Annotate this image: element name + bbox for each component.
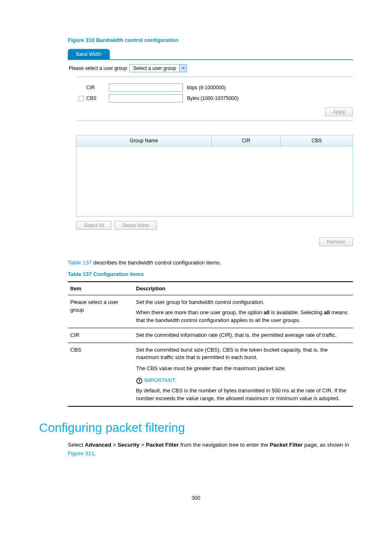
figure-caption: Figure 310 Bandwidth control configurati…	[68, 37, 353, 43]
table-intro-paragraph: Table 137 describes the bandwidth contro…	[68, 259, 353, 267]
cbs-input[interactable]	[109, 94, 183, 102]
group-list-body	[76, 146, 353, 216]
group-list-table: Group Name CIR CBS	[76, 135, 353, 217]
col-group-name: Group Name	[76, 135, 212, 146]
section-heading: Configuring packet filtering	[39, 421, 353, 435]
select-none-button[interactable]: Select None	[114, 221, 157, 230]
cbs-row: CBS Bytes (1000-19375000)	[76, 94, 353, 102]
user-group-row: Please select a user group Select a user…	[68, 60, 353, 76]
table-caption: Table 137 Configuration items	[68, 271, 353, 277]
cir-unit: kbps (8-1000000)	[187, 85, 226, 90]
table-row: Please select a user group Set the user …	[68, 295, 353, 328]
cir-row: CIR kbps (8-1000000)	[76, 83, 353, 92]
apply-button[interactable]: Apply	[325, 107, 353, 116]
bandwidth-form-panel: CIR kbps (8-1000000) CBS Bytes (1000-193…	[76, 76, 353, 123]
user-group-label: Please select a user group	[69, 65, 127, 71]
select-all-button[interactable]: Select All	[76, 221, 112, 230]
tab-bar: Band Width	[68, 49, 353, 60]
table-row: CBS Set the committed burst size (CBS). …	[68, 343, 353, 406]
cir-label: CIR	[86, 85, 95, 90]
cbs-checkbox[interactable]	[78, 96, 84, 101]
config-items-table: Item Description Please select a user gr…	[68, 281, 353, 406]
table-row: CIR Set the committed information rate (…	[68, 328, 353, 343]
important-icon	[136, 378, 143, 384]
cbs-label: CBS	[86, 95, 97, 101]
desc-cell: Set the committed information rate (CIR)…	[134, 328, 353, 343]
item-cell: Please select a user group	[68, 295, 134, 328]
svg-rect-1	[139, 379, 140, 381]
col-cbs: CBS	[281, 135, 353, 146]
nav-instruction: Select Advanced > Security > Packet Filt…	[68, 440, 353, 458]
remove-button[interactable]: Remove	[319, 237, 353, 246]
important-callout: IMPORTANT:	[136, 377, 350, 385]
cbs-unit: Bytes (1000-19375000)	[187, 95, 238, 101]
desc-cell: Set the committed burst size (CBS). CBS …	[134, 343, 353, 406]
th-description: Description	[134, 282, 353, 295]
cir-input[interactable]	[109, 83, 183, 92]
chevron-down-icon	[179, 65, 187, 72]
item-cell: CBS	[68, 343, 134, 406]
tab-bandwidth[interactable]: Band Width	[68, 49, 110, 59]
table-ref-link[interactable]: Table 137	[68, 260, 92, 266]
group-list-header: Group Name CIR CBS	[76, 135, 353, 146]
item-cell: CIR	[68, 328, 134, 343]
user-group-select-value: Select a user group	[130, 65, 179, 71]
svg-rect-2	[139, 382, 140, 382]
col-cir: CIR	[212, 135, 281, 146]
user-group-select[interactable]: Select a user group	[129, 64, 187, 72]
desc-cell: Set the user group for bandwidth control…	[134, 295, 353, 328]
th-item: Item	[68, 282, 134, 295]
screenshot-bandwidth-config: Band Width Please select a user group Se…	[68, 49, 353, 246]
figure-ref-link[interactable]: Figure 311	[68, 450, 95, 457]
page-number: 300	[39, 495, 353, 501]
